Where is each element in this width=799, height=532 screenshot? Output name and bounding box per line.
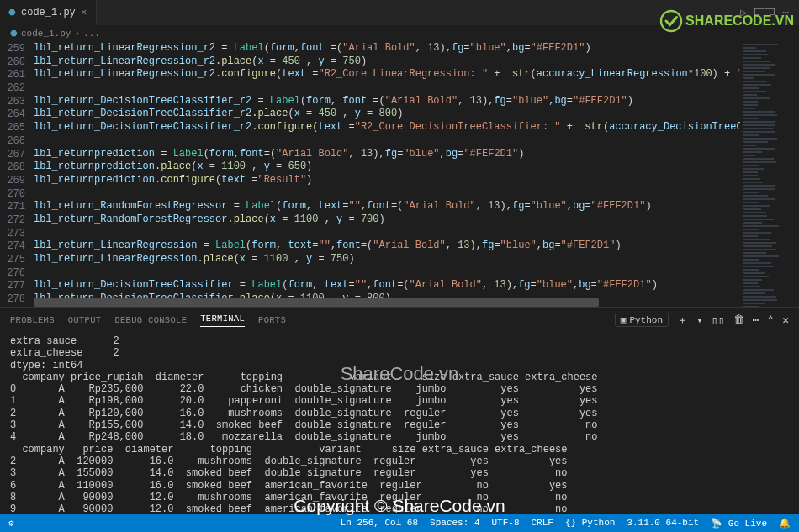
code-line[interactable]: lbl_return_LinearRegression_r2.configure… (34, 68, 740, 82)
breadcrumb-symbol[interactable]: ... (83, 29, 100, 39)
status-encoding[interactable]: UTF-8 (492, 518, 520, 528)
split-terminal-icon[interactable]: ▯▯ (712, 313, 725, 327)
code-line[interactable]: lbl_returnprediction.configure(text ="Re… (34, 174, 740, 187)
status-cursor-pos[interactable]: Ln 256, Col 68 (341, 518, 418, 528)
shell-icon: ▣ (621, 314, 627, 325)
tab-close-icon[interactable]: × (81, 7, 87, 19)
editor-h-scrollbar[interactable] (34, 298, 740, 307)
code-line[interactable]: lbl_return_RandomForestRegressor.place(x… (34, 213, 740, 227)
more-actions-icon[interactable]: ⋯ (782, 6, 789, 19)
terminal-profile-dropdown[interactable]: ▣ Python (615, 313, 669, 327)
breadcrumb-file[interactable]: code_1.py (21, 29, 71, 39)
tab-debug-console[interactable]: DEBUG CONSOLE (114, 315, 187, 325)
status-indent[interactable]: Spaces: 4 (430, 518, 479, 528)
code-content[interactable]: lbl_return_LinearRegression_r2 = Label(f… (34, 42, 740, 307)
editor-tab[interactable]: ⬣ code_1.py × (0, 0, 97, 25)
maximize-panel-icon[interactable]: ⌃ (767, 313, 774, 327)
code-line[interactable] (34, 187, 740, 201)
code-line[interactable]: lbl_returnprediction.place(x = 1100 , y … (34, 161, 740, 174)
code-line[interactable] (34, 82, 740, 95)
code-line[interactable]: lbl_returnprediction = Label(form,font=(… (34, 148, 740, 161)
status-golive[interactable]: 📡 Go Live (711, 518, 767, 529)
chevron-down-icon[interactable]: ▾ (696, 313, 703, 327)
new-terminal-icon[interactable]: ＋ (677, 313, 688, 328)
code-line[interactable]: lbl_return_DecisionTreeClassifier_r2 = L… (34, 95, 740, 108)
code-line[interactable]: lbl_return_LinearRegression_r2.place(x =… (34, 55, 740, 69)
scroll-thumb[interactable] (34, 298, 599, 307)
editor-actions: ▷ ⫍⫎ ⋯ (740, 6, 799, 19)
tab-output[interactable]: OUTPUT (68, 315, 102, 325)
kill-terminal-icon[interactable]: 🗑 (733, 313, 744, 326)
tab-terminal[interactable]: TERMINAL (200, 313, 245, 327)
close-panel-icon[interactable]: ✕ (782, 313, 789, 327)
terminal-output[interactable]: extra_sauce 2 extra_cheese 2 dtype: int6… (0, 332, 799, 513)
remote-icon[interactable]: ⚙ (8, 518, 14, 529)
code-line[interactable]: lbl_return_DecisionTreeClassifier_r2.pla… (34, 108, 740, 121)
code-line[interactable] (34, 266, 740, 280)
tab-label: code_1.py (21, 7, 76, 18)
code-line[interactable]: lbl_return_DecisionTreeClassifier_r2.con… (34, 121, 740, 134)
code-line[interactable]: lbl_return_DecisionTreeClassifier = Labe… (34, 279, 740, 292)
line-number-gutter: 2592602612622632642652662672682692702712… (0, 42, 34, 307)
more-icon[interactable]: ⋯ (753, 313, 759, 327)
status-bar: ⚙ Ln 256, Col 68 Spaces: 4 UTF-8 CRLF {}… (0, 514, 799, 532)
tab-problems[interactable]: PROBLEMS (10, 315, 55, 325)
code-line[interactable] (34, 227, 740, 240)
python-file-icon: ⬣ (8, 8, 16, 18)
panel-tabs: PROBLEMS OUTPUT DEBUG CONSOLE TERMINAL P… (0, 307, 799, 332)
minimap[interactable] (740, 42, 799, 307)
status-eol[interactable]: CRLF (532, 518, 553, 528)
code-line[interactable]: lbl_return_LinearRegression.place(x = 11… (34, 253, 740, 266)
tab-ports[interactable]: PORTS (258, 315, 286, 325)
status-language[interactable]: {} Python (565, 518, 615, 528)
breadcrumb[interactable]: ⬣ code_1.py › ... (0, 25, 799, 42)
split-editor-icon[interactable]: ⫍⫎ (754, 6, 775, 19)
code-line[interactable] (34, 134, 740, 148)
status-interpreter[interactable]: 3.11.0 64-bit (627, 518, 699, 528)
python-file-icon: ⬣ (10, 29, 18, 39)
editor-area: 2592602612622632642652662672682692702712… (0, 42, 799, 307)
run-icon[interactable]: ▷ (740, 6, 747, 19)
notifications-icon[interactable]: 🔔 (779, 518, 791, 529)
code-line[interactable]: lbl_return_RandomForestRegressor = Label… (34, 200, 740, 213)
code-line[interactable]: lbl_return_LinearRegression_r2 = Label(f… (34, 42, 740, 55)
code-line[interactable]: lbl_return_LinearRegression = Label(form… (34, 240, 740, 253)
tab-bar: ⬣ code_1.py × ▷ ⫍⫎ ⋯ (0, 0, 799, 25)
chevron-right-icon: › (74, 29, 80, 39)
